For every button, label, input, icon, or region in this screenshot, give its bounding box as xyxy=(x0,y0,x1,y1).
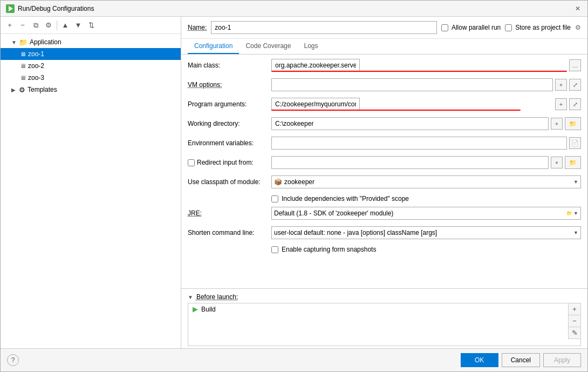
vm-options-fullscreen-button[interactable]: ⤢ xyxy=(569,79,581,91)
right-panel: Name: Allow parallel run Store as projec… xyxy=(181,17,587,348)
program-args-input[interactable] xyxy=(271,98,360,111)
application-group-label: Application xyxy=(30,38,61,46)
copy-config-button[interactable]: ⧉ xyxy=(30,19,42,31)
tabs-row: Configuration Code Coverage Logs xyxy=(181,39,587,55)
templates-icon: ⚙ xyxy=(19,86,25,94)
move-up-button[interactable]: ▲ xyxy=(59,19,71,31)
main-class-row: Main class: … xyxy=(188,59,581,74)
name-input[interactable] xyxy=(211,21,437,34)
shorten-select[interactable]: user-local default: none - java [options… xyxy=(271,226,581,239)
templates-expand-icon: ▶ xyxy=(11,87,17,93)
redirect-expand-button[interactable]: + xyxy=(551,157,563,168)
env-vars-row: Environment variables: 📄 xyxy=(188,137,581,152)
before-launch-title: Before launch: xyxy=(196,293,238,301)
classpath-dropdown-arrow: ▼ xyxy=(573,179,578,185)
before-launch-toolbar: + − ✎ xyxy=(568,303,580,339)
ok-button[interactable]: OK xyxy=(461,353,498,367)
tree-item-zoo3[interactable]: 🖥 zoo-3 xyxy=(1,72,181,84)
redirect-label: Redirect input from: xyxy=(197,159,281,166)
name-label: Name: xyxy=(188,24,207,31)
redirect-input-area: + 📁 xyxy=(271,156,581,169)
allow-parallel-checkbox[interactable] xyxy=(441,24,448,31)
program-args-fullscreen-button[interactable]: ⤢ xyxy=(569,98,581,110)
build-icon: ▶ xyxy=(193,305,198,313)
working-dir-input[interactable] xyxy=(271,117,549,130)
vm-options-label: VM options: xyxy=(188,78,271,89)
vm-options-input-area: + ⤢ xyxy=(271,78,581,91)
sort-button[interactable]: ⇅ xyxy=(85,19,97,31)
program-args-label: Program arguments: xyxy=(188,98,271,108)
tree-group-application[interactable]: ▼ 📁 Application xyxy=(1,36,181,48)
toolbar-separator-1 xyxy=(57,21,57,30)
main-class-input-wrapper xyxy=(271,59,567,72)
before-launch-expand-icon: ▼ xyxy=(188,294,193,300)
main-class-label: Main class: xyxy=(188,59,271,69)
snapshots-row: Enable capturing form snapshots xyxy=(188,246,581,253)
shorten-input-area: user-local default: none - java [options… xyxy=(271,226,581,239)
include-deps-checkbox[interactable] xyxy=(271,195,278,202)
working-dir-expand-button[interactable]: + xyxy=(551,118,563,130)
main-class-more-button[interactable]: … xyxy=(569,59,581,71)
remove-launch-button[interactable]: − xyxy=(569,315,580,327)
env-vars-input-area: 📄 xyxy=(271,137,581,150)
include-deps-label: Include dependencies with "Provided" sco… xyxy=(282,195,409,202)
bottom-bar: ? OK Cancel Apply xyxy=(1,348,587,371)
env-vars-input[interactable] xyxy=(271,137,567,150)
remove-config-button[interactable]: − xyxy=(17,19,29,31)
jre-label: JRE: xyxy=(188,207,271,217)
left-panel: + − ⧉ ⚙ ▲ ▼ ⇅ ▼ 📁 Application 🖥 xyxy=(1,17,181,348)
add-launch-button[interactable]: + xyxy=(569,303,580,315)
snapshots-label: Enable capturing form snapshots xyxy=(282,246,376,253)
jre-row: JRE: Default (1.8 - SDK of 'zookeeper' m… xyxy=(188,207,581,222)
tree-group-templates[interactable]: ▶ ⚙ Templates xyxy=(1,84,181,96)
store-project-checkbox-row: Store as project file xyxy=(505,24,571,31)
zoo2-label: zoo-2 xyxy=(28,62,44,70)
dialog-title: Run/Debug Configurations xyxy=(18,5,94,12)
jre-input-area: Default (1.8 - SDK of 'zookeeper' module… xyxy=(271,207,581,220)
jre-select[interactable]: Default (1.8 - SDK of 'zookeeper' module… xyxy=(271,207,581,220)
bottom-left: ? xyxy=(7,354,19,366)
tab-logs[interactable]: Logs xyxy=(297,39,324,54)
settings-config-button[interactable]: ⚙ xyxy=(43,19,54,31)
program-args-input-wrapper xyxy=(271,98,553,111)
edit-launch-button[interactable]: ✎ xyxy=(569,327,580,339)
bottom-right: OK Cancel Apply xyxy=(461,353,581,367)
vm-options-input[interactable] xyxy=(271,78,553,91)
apply-button[interactable]: Apply xyxy=(543,353,581,367)
redirect-browse-button[interactable]: 📁 xyxy=(565,156,581,169)
store-project-label: Store as project file xyxy=(515,24,571,31)
classpath-select[interactable]: 📦zookeeper ▼ xyxy=(271,175,581,188)
title-bar: Run/Debug Configurations ✕ xyxy=(1,1,587,17)
working-dir-input-area: + 📁 xyxy=(271,117,581,130)
snapshots-checkbox[interactable] xyxy=(271,246,278,253)
title-bar-left: Run/Debug Configurations xyxy=(6,4,94,13)
store-project-checkbox[interactable] xyxy=(505,24,512,31)
close-button[interactable]: ✕ xyxy=(573,4,582,13)
tree-item-zoo1[interactable]: 🖥 zoo-1 xyxy=(1,48,181,60)
tab-code-coverage[interactable]: Code Coverage xyxy=(239,39,297,54)
tab-configuration[interactable]: Configuration xyxy=(188,39,239,54)
program-args-expand-button[interactable]: + xyxy=(555,98,567,110)
add-config-button[interactable]: + xyxy=(4,19,16,31)
move-down-button[interactable]: ▼ xyxy=(72,19,84,31)
vm-options-expand-button[interactable]: + xyxy=(555,79,567,91)
redirect-checkbox[interactable] xyxy=(188,159,195,166)
expand-icon: ▼ xyxy=(11,39,17,45)
store-project-gear-icon: ⚙ xyxy=(575,24,581,31)
env-vars-browse-button[interactable]: 📄 xyxy=(569,137,581,149)
jre-dropdown-arrow: ▼ xyxy=(573,211,578,216)
config-icon-zoo3: 🖥 xyxy=(20,75,26,81)
zoo3-label: zoo-3 xyxy=(28,74,44,82)
run-debug-icon xyxy=(6,4,15,13)
classpath-input-area: 📦zookeeper ▼ xyxy=(271,175,581,188)
main-class-input[interactable] xyxy=(271,59,360,72)
redirect-input[interactable] xyxy=(271,156,549,169)
cancel-button[interactable]: Cancel xyxy=(502,353,540,367)
application-folder-icon: 📁 xyxy=(19,38,28,46)
config-tree: ▼ 📁 Application 🖥 zoo-1 🖥 zoo-2 🖥 z xyxy=(1,34,181,348)
help-button[interactable]: ? xyxy=(7,354,19,366)
tree-item-zoo2[interactable]: 🖥 zoo-2 xyxy=(1,60,181,72)
working-dir-browse-button[interactable]: 📁 xyxy=(565,117,581,130)
config-icon-zoo2: 🖥 xyxy=(20,63,26,69)
before-launch-header[interactable]: ▼ Before launch: xyxy=(188,291,581,303)
